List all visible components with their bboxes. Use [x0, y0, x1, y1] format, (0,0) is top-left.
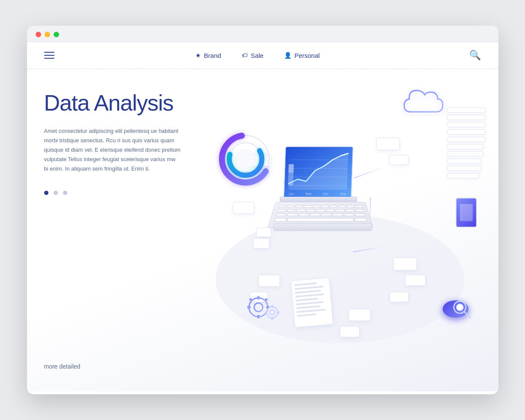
float-tile-11 — [348, 309, 371, 321]
star-icon: ★ — [195, 52, 201, 59]
float-tile-4 — [376, 138, 400, 150]
float-tile-8 — [393, 258, 417, 270]
laptop: Jan Mar Jun Sep — [276, 146, 370, 232]
dot-2[interactable] — [54, 191, 58, 195]
svg-rect-30 — [277, 312, 279, 314]
svg-rect-19 — [257, 296, 260, 300]
dot-3[interactable] — [63, 191, 67, 195]
svg-text:Sep: Sep — [340, 192, 346, 196]
float-tile-10 — [390, 292, 408, 302]
svg-text:Mar: Mar — [306, 192, 312, 196]
svg-text:Jan: Jan — [288, 192, 294, 196]
nav-item-brand[interactable]: ★ Brand — [195, 52, 221, 59]
document — [291, 277, 333, 327]
svg-point-4 — [236, 150, 255, 168]
carousel-dots — [44, 191, 207, 195]
phone-card — [456, 198, 477, 228]
close-button[interactable] — [36, 32, 41, 37]
svg-rect-21 — [247, 306, 251, 309]
nav-personal-label: Personal — [294, 52, 320, 59]
nav-item-personal[interactable]: 👤 Personal — [284, 52, 320, 59]
minimize-button[interactable] — [45, 32, 50, 37]
svg-line-33 — [464, 312, 470, 318]
hero-body: Amet consectetur adipiscing elit pellent… — [44, 126, 181, 174]
float-tile-12 — [340, 326, 360, 337]
svg-point-32 — [456, 304, 463, 311]
tag-icon: 🏷 — [242, 52, 248, 59]
hero-text: Data Analysis Amet consectetur adipiscin… — [44, 86, 207, 391]
gear-group — [241, 290, 284, 326]
hamburger-menu[interactable] — [44, 52, 54, 59]
float-tile-9 — [405, 275, 426, 286]
svg-point-18 — [254, 303, 263, 312]
navbar: ★ Brand 🏷 Sale 👤 Personal 🔍 — [27, 42, 498, 69]
svg-rect-27 — [271, 305, 273, 308]
maximize-button[interactable] — [54, 32, 59, 37]
svg-rect-16 — [288, 164, 294, 173]
nav-links: ★ Brand 🏷 Sale 👤 Personal — [195, 52, 320, 59]
browser-content: ★ Brand 🏷 Sale 👤 Personal 🔍 Data Analysi… — [27, 42, 498, 394]
nav-brand-label: Brand — [204, 52, 221, 59]
illustration: Jan Mar Jun Sep — [190, 69, 498, 378]
svg-point-25 — [267, 307, 278, 318]
hero-title: Data Analysis — [44, 90, 207, 116]
browser-chrome — [27, 26, 498, 42]
svg-rect-15 — [288, 173, 293, 186]
small-box-1 — [256, 228, 271, 237]
hero-section: Data Analysis Amet consectetur adipiscin… — [27, 69, 498, 391]
svg-point-17 — [249, 298, 268, 317]
nav-sale-label: Sale — [251, 52, 264, 59]
magnifier-icon — [451, 299, 473, 322]
browser-window: ★ Brand 🏷 Sale 👤 Personal 🔍 Data Analysi… — [27, 26, 498, 394]
small-box-2 — [253, 238, 270, 249]
search-icon[interactable]: 🔍 — [469, 50, 481, 61]
dot-1[interactable] — [44, 191, 48, 195]
float-tile-3 — [233, 202, 254, 214]
laptop-platform — [273, 223, 372, 231]
svg-rect-29 — [265, 312, 267, 314]
svg-rect-28 — [271, 317, 273, 320]
float-tile-5 — [389, 155, 408, 165]
nav-item-sale[interactable]: 🏷 Sale — [242, 52, 264, 59]
float-tile-6 — [258, 275, 280, 287]
donut-chart — [216, 129, 276, 189]
card-stack — [447, 108, 486, 180]
svg-text:Jun: Jun — [323, 192, 328, 196]
laptop-screen: Jan Mar Jun Sep — [283, 146, 353, 198]
user-icon: 👤 — [284, 52, 291, 59]
svg-rect-20 — [257, 315, 260, 318]
svg-point-26 — [270, 310, 275, 315]
